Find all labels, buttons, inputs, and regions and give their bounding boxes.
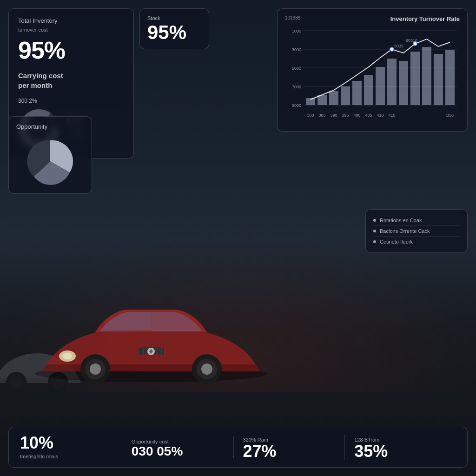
svg-text:60310: 60310 (406, 38, 417, 43)
turnover-chart: 1000 3000 5000 7000 9000 3035 60310 380 … (285, 26, 461, 124)
pie-chart (25, 136, 76, 187)
bottom-col-1: 10% Imetisghtln mlnis (20, 435, 122, 460)
bottom-label-1: Imetisghtln mlnis (20, 453, 58, 460)
bottom-value-1: 10% (20, 435, 53, 451)
svg-text:9000: 9000 (292, 103, 301, 108)
top-center-panel: Stock 95% (139, 8, 209, 49)
legend-item-3: Cetineto Iluerk (373, 237, 460, 247)
svg-text:1000: 1000 (292, 29, 301, 33)
turnover-cost-label: turnover cost (18, 27, 124, 33)
legend-label-3: Cetineto Iluerk (380, 239, 413, 245)
legend-label-1: Rotations en Coak (380, 218, 422, 223)
svg-text:395: 395 (342, 113, 349, 118)
svg-text:415: 415 (388, 113, 395, 118)
svg-text:390: 390 (330, 113, 337, 118)
svg-rect-40 (376, 67, 385, 105)
bottom-col-3: 320% Ram 27% (234, 435, 345, 460)
svg-text:3035: 3035 (394, 44, 403, 48)
svg-rect-43 (410, 52, 420, 105)
legend-label-2: Baclons Orrente Cack (380, 228, 430, 234)
svg-rect-41 (387, 59, 397, 105)
svg-rect-38 (352, 81, 362, 105)
bottom-col-2: Opportunity cost 030 05% (122, 436, 234, 458)
svg-rect-46 (445, 50, 455, 105)
svg-text:5000: 5000 (292, 66, 301, 71)
svg-rect-39 (364, 75, 373, 105)
carry-cost-label: Carrying costper month (18, 71, 124, 90)
svg-text:380: 380 (307, 113, 314, 118)
total-inventory-label: Total Inventory (18, 17, 124, 25)
legend-dot-1 (373, 219, 376, 222)
svg-text:3000: 3000 (292, 47, 301, 52)
bottom-value-4: 35% (354, 443, 388, 460)
donut-label-300: 300 2% (18, 98, 124, 104)
svg-text:405: 405 (365, 113, 372, 118)
top-right-panel: 101989 Inventory Turnover Rate 1000 3000… (277, 8, 468, 132)
stock-value: 95% (147, 23, 201, 42)
mid-right-panel: Rotations en Coak Baclons Orrente Cack C… (365, 209, 468, 253)
bottom-value-2: 030 05% (132, 445, 183, 458)
chart-subtitle-left: 101989 (285, 15, 300, 20)
svg-point-8 (201, 364, 212, 375)
legend-item-1: Rotations en Coak (373, 215, 460, 226)
svg-rect-36 (329, 91, 338, 105)
svg-point-2 (63, 353, 72, 359)
legend-dot-2 (373, 230, 376, 232)
svg-rect-42 (399, 61, 408, 105)
bottom-panel: 10% Imetisghtln mlnis Opportunity cost 0… (8, 427, 468, 468)
bottom-value-3: 27% (243, 443, 277, 460)
chart-title: Inventory Turnover Rate (390, 15, 460, 22)
big-percent: 95% (18, 38, 124, 62)
opportunity-panel: Opportunity (8, 116, 92, 194)
opportunity-label: Opportunity (16, 123, 84, 130)
svg-point-47 (390, 47, 394, 51)
svg-text:7000: 7000 (292, 85, 301, 89)
legend-item-2: Baclons Orrente Cack (373, 226, 460, 237)
svg-rect-44 (422, 47, 431, 105)
stock-label: Stock (147, 15, 201, 21)
pie-chart-area (16, 136, 84, 187)
legend-dot-3 (373, 240, 376, 243)
svg-text:B56: B56 (446, 113, 454, 118)
svg-rect-45 (434, 54, 443, 105)
car-illustration (23, 267, 279, 397)
svg-text:410: 410 (377, 113, 383, 118)
svg-rect-37 (341, 86, 350, 105)
svg-text:385: 385 (318, 113, 325, 118)
svg-point-5 (90, 364, 101, 375)
bottom-col-4: 128 BTrom 35% (345, 435, 456, 460)
chart-header: 101989 Inventory Turnover Rate (285, 15, 460, 22)
svg-text:400: 400 (353, 113, 360, 118)
